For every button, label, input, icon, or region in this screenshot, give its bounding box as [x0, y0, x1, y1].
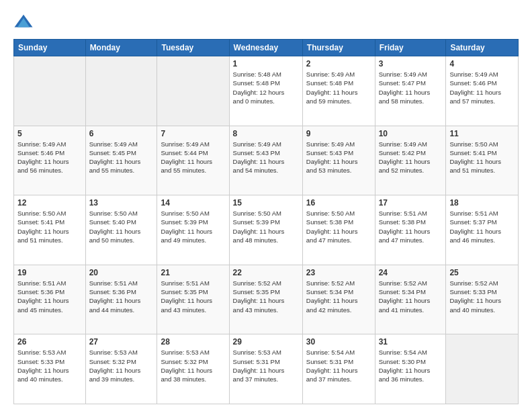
calendar-cell: 8Sunrise: 5:49 AM Sunset: 5:43 PM Daylig… [229, 126, 302, 195]
day-number: 7 [161, 129, 225, 138]
calendar-cell: 9Sunrise: 5:49 AM Sunset: 5:43 PM Daylig… [302, 126, 375, 195]
day-info: Sunrise: 5:51 AM Sunset: 5:36 PM Dayligh… [17, 279, 82, 314]
calendar-cell [85, 56, 157, 126]
calendar-cell: 11Sunrise: 5:50 AM Sunset: 5:41 PM Dayli… [446, 126, 519, 195]
day-number: 1 [233, 59, 299, 68]
day-number: 27 [89, 337, 154, 347]
calendar-body: 1Sunrise: 5:48 AM Sunset: 5:48 PM Daylig… [14, 56, 519, 404]
day-number: 29 [233, 337, 299, 347]
calendar-header-monday: Monday [85, 40, 157, 56]
calendar-cell: 31Sunrise: 5:54 AM Sunset: 5:30 PM Dayli… [375, 334, 446, 404]
calendar-cell: 2Sunrise: 5:49 AM Sunset: 5:48 PM Daylig… [302, 56, 375, 126]
calendar-cell [446, 334, 519, 404]
calendar-cell: 5Sunrise: 5:49 AM Sunset: 5:46 PM Daylig… [14, 126, 86, 195]
calendar-cell: 20Sunrise: 5:51 AM Sunset: 5:36 PM Dayli… [85, 265, 157, 334]
calendar-header-thursday: Thursday [302, 40, 375, 56]
day-number: 22 [233, 268, 299, 277]
day-number: 16 [306, 198, 371, 208]
day-number: 23 [306, 268, 371, 277]
calendar-cell: 30Sunrise: 5:54 AM Sunset: 5:31 PM Dayli… [302, 334, 375, 404]
calendar-cell: 15Sunrise: 5:50 AM Sunset: 5:39 PM Dayli… [229, 195, 302, 265]
calendar-cell: 21Sunrise: 5:51 AM Sunset: 5:35 PM Dayli… [157, 265, 229, 334]
day-info: Sunrise: 5:54 AM Sunset: 5:31 PM Dayligh… [306, 348, 371, 383]
day-info: Sunrise: 5:53 AM Sunset: 5:33 PM Dayligh… [17, 348, 82, 383]
day-number: 11 [449, 129, 515, 138]
day-info: Sunrise: 5:49 AM Sunset: 5:45 PM Dayligh… [89, 140, 154, 175]
calendar-week-3: 12Sunrise: 5:50 AM Sunset: 5:41 PM Dayli… [14, 195, 519, 265]
calendar-cell: 23Sunrise: 5:52 AM Sunset: 5:34 PM Dayli… [302, 265, 375, 334]
day-info: Sunrise: 5:49 AM Sunset: 5:46 PM Dayligh… [449, 70, 515, 105]
day-number: 18 [449, 198, 515, 208]
calendar-header-sunday: Sunday [14, 40, 86, 56]
day-info: Sunrise: 5:54 AM Sunset: 5:30 PM Dayligh… [379, 348, 443, 383]
day-number: 15 [233, 198, 299, 208]
day-info: Sunrise: 5:53 AM Sunset: 5:32 PM Dayligh… [161, 348, 225, 383]
calendar-header-row: SundayMondayTuesdayWednesdayThursdayFrid… [14, 40, 519, 56]
day-number: 31 [379, 337, 443, 347]
calendar-week-4: 19Sunrise: 5:51 AM Sunset: 5:36 PM Dayli… [14, 265, 519, 334]
day-number: 17 [379, 198, 443, 208]
day-info: Sunrise: 5:51 AM Sunset: 5:37 PM Dayligh… [449, 209, 515, 244]
day-number: 13 [89, 198, 154, 208]
calendar-cell: 29Sunrise: 5:53 AM Sunset: 5:31 PM Dayli… [229, 334, 302, 404]
calendar-header-saturday: Saturday [446, 40, 519, 56]
day-info: Sunrise: 5:50 AM Sunset: 5:39 PM Dayligh… [161, 209, 225, 244]
day-number: 21 [161, 268, 225, 277]
calendar-cell: 22Sunrise: 5:52 AM Sunset: 5:35 PM Dayli… [229, 265, 302, 334]
calendar-cell: 4Sunrise: 5:49 AM Sunset: 5:46 PM Daylig… [446, 56, 519, 126]
calendar-cell: 28Sunrise: 5:53 AM Sunset: 5:32 PM Dayli… [157, 334, 229, 404]
day-info: Sunrise: 5:50 AM Sunset: 5:39 PM Dayligh… [233, 209, 299, 244]
calendar-cell: 19Sunrise: 5:51 AM Sunset: 5:36 PM Dayli… [14, 265, 86, 334]
day-info: Sunrise: 5:52 AM Sunset: 5:35 PM Dayligh… [233, 279, 299, 314]
calendar-week-2: 5Sunrise: 5:49 AM Sunset: 5:46 PM Daylig… [14, 126, 519, 195]
logo [13, 12, 36, 32]
day-info: Sunrise: 5:53 AM Sunset: 5:31 PM Dayligh… [233, 348, 299, 383]
day-info: Sunrise: 5:50 AM Sunset: 5:41 PM Dayligh… [17, 209, 82, 244]
calendar-cell: 24Sunrise: 5:52 AM Sunset: 5:34 PM Dayli… [375, 265, 446, 334]
day-info: Sunrise: 5:52 AM Sunset: 5:34 PM Dayligh… [306, 279, 371, 314]
day-number: 28 [161, 337, 225, 347]
calendar-cell: 14Sunrise: 5:50 AM Sunset: 5:39 PM Dayli… [157, 195, 229, 265]
day-info: Sunrise: 5:49 AM Sunset: 5:46 PM Dayligh… [17, 140, 82, 175]
logo-icon [13, 12, 34, 32]
day-number: 5 [17, 129, 82, 138]
day-info: Sunrise: 5:52 AM Sunset: 5:34 PM Dayligh… [379, 279, 443, 314]
calendar-cell [14, 56, 86, 126]
day-info: Sunrise: 5:49 AM Sunset: 5:42 PM Dayligh… [379, 140, 443, 175]
day-number: 2 [306, 59, 371, 68]
day-number: 24 [379, 268, 443, 277]
page: SundayMondayTuesdayWednesdayThursdayFrid… [0, 0, 532, 411]
day-info: Sunrise: 5:51 AM Sunset: 5:35 PM Dayligh… [161, 279, 225, 314]
calendar-week-1: 1Sunrise: 5:48 AM Sunset: 5:48 PM Daylig… [14, 56, 519, 126]
day-number: 12 [17, 198, 82, 208]
day-info: Sunrise: 5:50 AM Sunset: 5:38 PM Dayligh… [306, 209, 371, 244]
day-info: Sunrise: 5:49 AM Sunset: 5:48 PM Dayligh… [306, 70, 371, 105]
day-number: 14 [161, 198, 225, 208]
day-number: 4 [449, 59, 515, 68]
day-number: 19 [17, 268, 82, 277]
day-info: Sunrise: 5:49 AM Sunset: 5:43 PM Dayligh… [306, 140, 371, 175]
day-number: 6 [89, 129, 154, 138]
calendar-cell: 17Sunrise: 5:51 AM Sunset: 5:38 PM Dayli… [375, 195, 446, 265]
calendar-header-friday: Friday [375, 40, 446, 56]
header [13, 12, 519, 32]
calendar-cell: 27Sunrise: 5:53 AM Sunset: 5:32 PM Dayli… [85, 334, 157, 404]
day-info: Sunrise: 5:50 AM Sunset: 5:41 PM Dayligh… [449, 140, 515, 175]
calendar-cell: 13Sunrise: 5:50 AM Sunset: 5:40 PM Dayli… [85, 195, 157, 265]
day-info: Sunrise: 5:51 AM Sunset: 5:38 PM Dayligh… [379, 209, 443, 244]
calendar-header-tuesday: Tuesday [157, 40, 229, 56]
day-info: Sunrise: 5:48 AM Sunset: 5:48 PM Dayligh… [233, 70, 299, 105]
day-number: 10 [379, 129, 443, 138]
calendar-cell: 3Sunrise: 5:49 AM Sunset: 5:47 PM Daylig… [375, 56, 446, 126]
day-number: 3 [379, 59, 443, 68]
day-info: Sunrise: 5:49 AM Sunset: 5:44 PM Dayligh… [161, 140, 225, 175]
calendar: SundayMondayTuesdayWednesdayThursdayFrid… [13, 39, 519, 404]
calendar-cell: 6Sunrise: 5:49 AM Sunset: 5:45 PM Daylig… [85, 126, 157, 195]
calendar-week-5: 26Sunrise: 5:53 AM Sunset: 5:33 PM Dayli… [14, 334, 519, 404]
calendar-cell: 1Sunrise: 5:48 AM Sunset: 5:48 PM Daylig… [229, 56, 302, 126]
day-info: Sunrise: 5:53 AM Sunset: 5:32 PM Dayligh… [89, 348, 154, 383]
calendar-header-wednesday: Wednesday [229, 40, 302, 56]
calendar-cell: 10Sunrise: 5:49 AM Sunset: 5:42 PM Dayli… [375, 126, 446, 195]
day-number: 8 [233, 129, 299, 138]
calendar-cell: 26Sunrise: 5:53 AM Sunset: 5:33 PM Dayli… [14, 334, 86, 404]
